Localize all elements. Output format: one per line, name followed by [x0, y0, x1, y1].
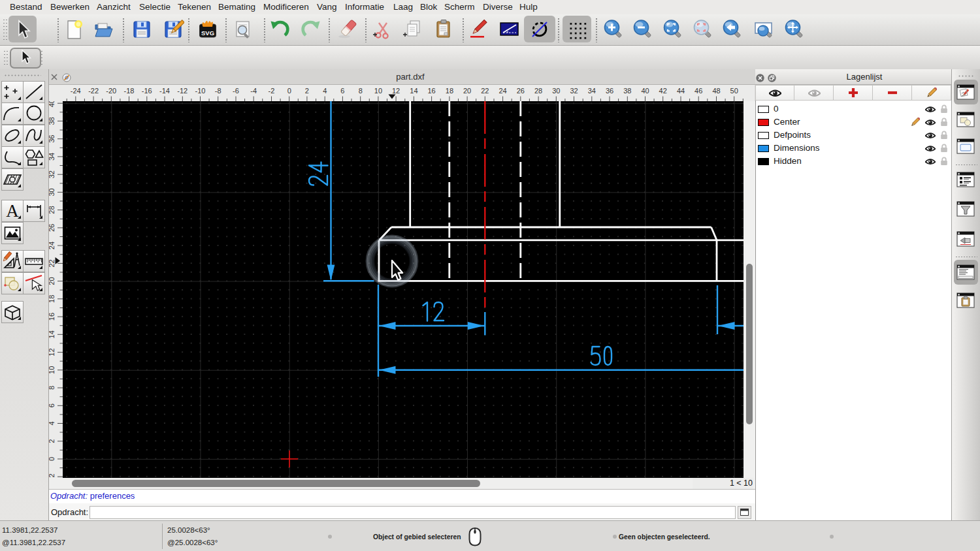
- svg-text:26: 26: [517, 87, 525, 95]
- svg-text:6: 6: [49, 403, 56, 407]
- svg-text:-2: -2: [49, 473, 56, 478]
- svg-text:14: 14: [49, 330, 56, 338]
- svg-text:-14: -14: [159, 87, 170, 95]
- svg-text:-12: -12: [177, 87, 188, 95]
- svg-text:34: 34: [49, 153, 56, 161]
- svg-text:36: 36: [606, 87, 613, 95]
- svg-text:40: 40: [641, 87, 649, 95]
- svg-text:28: 28: [49, 206, 56, 213]
- svg-text:4: 4: [323, 87, 327, 95]
- svg-text:48: 48: [712, 87, 720, 95]
- svg-text:30: 30: [552, 87, 560, 95]
- svg-text:38: 38: [623, 87, 631, 95]
- svg-text:44: 44: [677, 87, 685, 95]
- svg-text:22: 22: [481, 87, 489, 95]
- svg-text:12: 12: [392, 87, 400, 95]
- svg-text:40: 40: [49, 101, 56, 107]
- svg-text:6: 6: [340, 87, 344, 95]
- svg-text:-4: -4: [250, 87, 257, 95]
- svg-text:42: 42: [659, 87, 667, 95]
- svg-text:22: 22: [49, 259, 56, 267]
- svg-text:-24: -24: [71, 87, 81, 95]
- svg-text:36: 36: [49, 135, 56, 143]
- svg-text:A: A: [6, 201, 19, 221]
- svg-text:46: 46: [694, 87, 702, 95]
- svg-text:24: 24: [498, 87, 506, 95]
- svg-text:-16: -16: [142, 87, 152, 95]
- svg-text:16: 16: [427, 87, 435, 95]
- svg-text:20: 20: [49, 277, 56, 285]
- svg-text:0: 0: [49, 457, 56, 461]
- svg-text:-20: -20: [106, 87, 116, 95]
- svg-text:24: 24: [49, 242, 56, 249]
- svg-text:34: 34: [588, 87, 596, 95]
- svg-text:12: 12: [49, 348, 56, 356]
- svg-text:26: 26: [49, 224, 56, 232]
- svg-text:30: 30: [49, 188, 56, 196]
- svg-text:-6: -6: [233, 87, 239, 95]
- svg-text:-18: -18: [124, 87, 135, 95]
- svg-text:32: 32: [570, 87, 578, 95]
- svg-text:14: 14: [410, 87, 417, 95]
- svg-text:18: 18: [446, 87, 453, 95]
- svg-text:32: 32: [49, 170, 56, 178]
- svg-text:50: 50: [730, 87, 738, 95]
- svg-text:0: 0: [287, 87, 291, 95]
- svg-text:10: 10: [49, 366, 56, 374]
- svg-text:28: 28: [534, 87, 542, 95]
- svg-text:18: 18: [49, 295, 56, 303]
- svg-text:SVG: SVG: [201, 29, 214, 37]
- svg-text:-22: -22: [88, 87, 99, 95]
- svg-text:4: 4: [49, 421, 56, 425]
- svg-text:2: 2: [49, 439, 56, 443]
- svg-text:2: 2: [305, 87, 309, 95]
- svg-text:-10: -10: [195, 87, 206, 95]
- svg-text:38: 38: [49, 117, 56, 125]
- svg-text:10: 10: [374, 87, 382, 95]
- svg-text:8: 8: [49, 386, 56, 390]
- svg-text:8: 8: [359, 87, 363, 95]
- svg-text:20: 20: [463, 87, 471, 95]
- svg-text:-8: -8: [215, 87, 221, 95]
- svg-text:-2: -2: [269, 87, 275, 95]
- svg-text:16: 16: [49, 313, 56, 321]
